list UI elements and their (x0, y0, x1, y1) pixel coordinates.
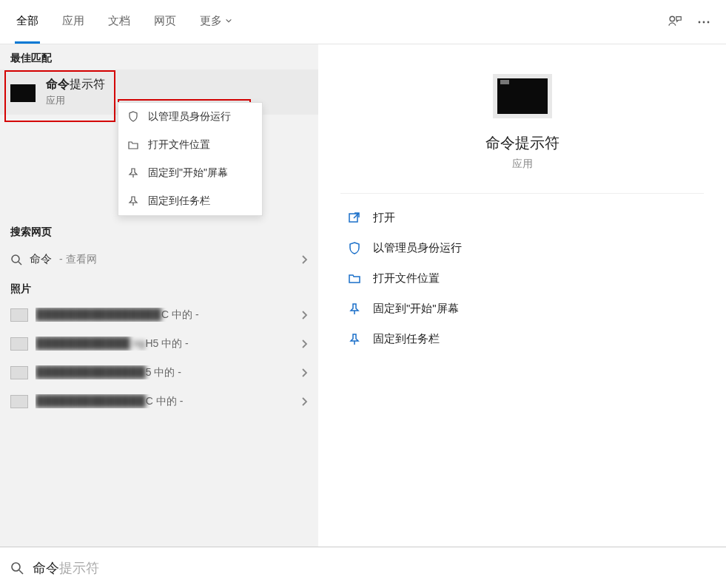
tab-apps[interactable]: 应用 (61, 1, 86, 44)
tab-docs[interactable]: 文档 (107, 1, 132, 44)
feedback-icon[interactable] (667, 14, 683, 30)
preview-panel: 命令提示符 应用 打开 以管理员身份运行 打开文件位置 固定到"开始"屏幕 (318, 44, 726, 547)
tab-more-label: 更多 (200, 14, 222, 28)
context-open-location-label: 打开文件位置 (148, 138, 210, 152)
context-run-as-admin-label: 以管理员身份运行 (148, 110, 231, 124)
context-pin-start-label: 固定到"开始"屏幕 (148, 166, 228, 180)
svg-line-8 (19, 570, 23, 574)
search-input[interactable]: 命令提示符 (33, 559, 99, 577)
photos-header: 照片 (0, 275, 318, 300)
web-search-item[interactable]: 命令 - 查看网 (0, 243, 318, 275)
photo-thumb-icon (10, 395, 28, 408)
svg-point-1 (699, 21, 701, 24)
svg-point-3 (707, 21, 710, 24)
preview-title: 命令提示符 (318, 133, 726, 153)
chevron-right-icon (300, 368, 308, 378)
tab-all[interactable]: 全部 (15, 1, 40, 44)
photo-thumb-icon (10, 366, 28, 379)
action-pin-taskbar[interactable]: 固定到任务栏 (340, 324, 704, 354)
search-tab-bar: 全部 应用 文档 网页 更多 (0, 0, 726, 44)
search-icon (10, 254, 22, 266)
action-run-as-admin[interactable]: 以管理员身份运行 (340, 233, 704, 263)
photo-result-item[interactable]: ████████████████C 中的 - (0, 300, 318, 329)
results-panel: 最佳匹配 命令提示符 应用 以管理员身份运行 打开文件位置 固定到"开始"屏幕 (0, 44, 318, 547)
folder-icon (127, 139, 139, 151)
best-match-subtitle: 应用 (46, 94, 105, 107)
photo-result-item[interactable]: ██████████████5 中的 - (0, 358, 318, 387)
svg-point-7 (12, 563, 20, 571)
chevron-down-icon (225, 17, 232, 24)
photo-result-item[interactable]: ████████████ ngH5 中的 - (0, 329, 318, 358)
search-bar[interactable]: 命令提示符 (0, 547, 726, 588)
search-typed-text: 命令 (33, 561, 59, 575)
pin-icon (127, 167, 139, 179)
photo-name-blur: ██████████████ (36, 365, 146, 378)
web-query-label: 命令 (30, 252, 52, 266)
pin-icon (127, 195, 139, 207)
photo-suffix: 5 中的 - (146, 366, 181, 378)
context-menu: 以管理员身份运行 打开文件位置 固定到"开始"屏幕 固定到任务栏 (118, 102, 263, 216)
action-pin-taskbar-label: 固定到任务栏 (373, 332, 440, 346)
context-pin-start[interactable]: 固定到"开始"屏幕 (118, 159, 262, 187)
photo-name-blur: ████████████ ng (36, 337, 145, 349)
chevron-right-icon (300, 396, 308, 407)
tab-web[interactable]: 网页 (152, 1, 178, 44)
photo-name-blur: ████████████████ (36, 308, 161, 320)
preview-subtitle: 应用 (318, 158, 726, 171)
search-web-header: 搜索网页 (0, 218, 318, 243)
context-pin-taskbar-label: 固定到任务栏 (148, 195, 210, 208)
open-icon (348, 212, 361, 225)
action-open-location[interactable]: 打开文件位置 (340, 263, 704, 294)
chevron-right-icon (300, 339, 308, 349)
preview-app-icon (493, 74, 552, 118)
action-run-as-admin-label: 以管理员身份运行 (373, 241, 462, 255)
best-match-title: 命令提示符 (46, 77, 105, 92)
photo-name-blur: ██████████████ (36, 394, 146, 407)
chevron-right-icon (300, 310, 308, 320)
action-open[interactable]: 打开 (340, 203, 704, 233)
context-pin-taskbar[interactable]: 固定到任务栏 (118, 187, 262, 215)
chevron-right-icon (300, 254, 308, 265)
photo-suffix: H5 中的 - (145, 337, 188, 349)
svg-line-5 (19, 262, 21, 265)
svg-point-2 (703, 21, 705, 24)
svg-point-0 (670, 16, 674, 21)
shield-icon (348, 242, 361, 255)
photo-result-item[interactable]: ██████████████C 中的 - (0, 387, 318, 416)
action-open-location-label: 打开文件位置 (373, 271, 440, 285)
action-pin-start[interactable]: 固定到"开始"屏幕 (340, 294, 704, 324)
context-run-as-admin[interactable]: 以管理员身份运行 (118, 103, 262, 131)
photo-suffix: C 中的 - (146, 395, 184, 407)
shield-icon (127, 111, 139, 123)
search-hint-text: 提示符 (59, 561, 99, 575)
context-open-location[interactable]: 打开文件位置 (118, 131, 262, 159)
cmd-icon (10, 84, 36, 102)
folder-icon (348, 272, 361, 285)
best-match-header: 最佳匹配 (0, 44, 318, 70)
action-pin-start-label: 固定到"开始"屏幕 (373, 302, 459, 316)
photo-suffix: C 中的 - (161, 308, 199, 320)
pin-icon (348, 303, 361, 316)
pin-icon (348, 333, 361, 346)
svg-point-4 (12, 255, 19, 263)
photo-thumb-icon (10, 308, 28, 322)
web-query-sub: - 查看网 (59, 253, 97, 266)
photo-thumb-icon (10, 337, 28, 351)
action-open-label: 打开 (373, 211, 395, 225)
tab-more[interactable]: 更多 (198, 1, 234, 44)
search-icon (10, 561, 24, 575)
divider (340, 193, 704, 194)
more-options-icon[interactable] (696, 15, 711, 30)
